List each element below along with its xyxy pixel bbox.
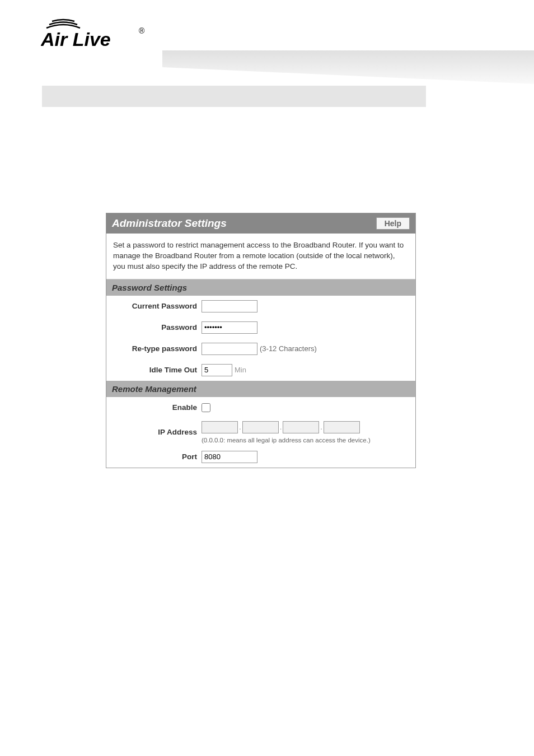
- port-label: Port: [106, 452, 202, 461]
- ip-dot: .: [320, 423, 322, 431]
- ip-dot: .: [280, 423, 282, 431]
- panel-title: Administrator Settings: [112, 217, 227, 230]
- ip-dot: .: [239, 423, 241, 431]
- password-input[interactable]: [202, 321, 257, 334]
- svg-text:Air Live: Air Live: [41, 29, 111, 50]
- password-settings-header: Password Settings: [106, 279, 415, 296]
- password-row: Password: [106, 317, 415, 338]
- ip-octet-3[interactable]: [283, 421, 319, 433]
- ip-octet-4[interactable]: [324, 421, 360, 433]
- enable-row: Enable: [106, 397, 415, 418]
- retype-password-input[interactable]: [202, 343, 257, 355]
- header-bar: [42, 86, 426, 107]
- password-label: Password: [106, 323, 202, 332]
- idle-timeout-input[interactable]: [202, 364, 232, 376]
- ip-octet-2[interactable]: [242, 421, 279, 433]
- port-input[interactable]: [202, 451, 257, 463]
- svg-text:®: ®: [139, 26, 145, 35]
- port-row: Port: [106, 446, 415, 468]
- brand-logo: Air Live ®: [41, 17, 150, 50]
- ip-address-label: IP Address: [106, 428, 202, 436]
- panel-header: Administrator Settings Help: [106, 213, 415, 234]
- idle-timeout-row: Idle Time Out Min: [106, 360, 415, 381]
- enable-label: Enable: [106, 403, 202, 412]
- panel-description: Set a password to restrict management ac…: [106, 234, 415, 279]
- retype-hint: (3-12 Characters): [260, 344, 317, 353]
- retype-password-row: Re-type password (3-12 Characters): [106, 338, 415, 360]
- remote-management-header: Remote Management: [106, 381, 415, 397]
- enable-checkbox[interactable]: [202, 403, 210, 412]
- help-button[interactable]: Help: [376, 217, 410, 230]
- current-password-input[interactable]: [202, 300, 257, 312]
- ip-octet-1[interactable]: [202, 421, 238, 433]
- idle-timeout-unit: Min: [235, 366, 246, 374]
- main-content: Administrator Settings Help Set a passwo…: [106, 213, 416, 468]
- ip-address-row: IP Address . . . (0.0.0.0: means all leg…: [106, 418, 415, 446]
- retype-password-label: Re-type password: [106, 344, 202, 353]
- page-header: Air Live ®: [0, 0, 534, 92]
- admin-settings-panel: Administrator Settings Help Set a passwo…: [106, 213, 416, 468]
- current-password-label: Current Password: [106, 302, 202, 310]
- current-password-row: Current Password: [106, 296, 415, 317]
- idle-timeout-label: Idle Time Out: [106, 366, 202, 374]
- ip-address-note: (0.0.0.0: means all legal ip address can…: [202, 437, 371, 444]
